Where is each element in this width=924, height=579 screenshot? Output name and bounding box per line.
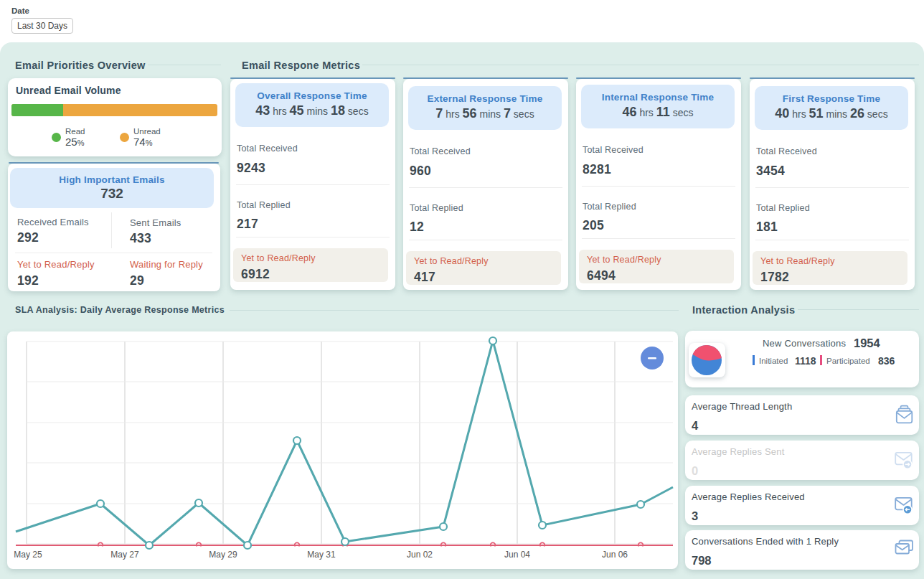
svg-text:May 27: May 27 [110,550,139,560]
svg-text:Jun 04: Jun 04 [504,550,530,560]
svg-text:Jun 06: Jun 06 [602,550,628,560]
svg-text:May 29: May 29 [209,550,237,560]
svg-text:May 31: May 31 [307,550,336,560]
svg-text:Jun 02: Jun 02 [407,550,433,560]
svg-text:May 25: May 25 [14,550,42,560]
